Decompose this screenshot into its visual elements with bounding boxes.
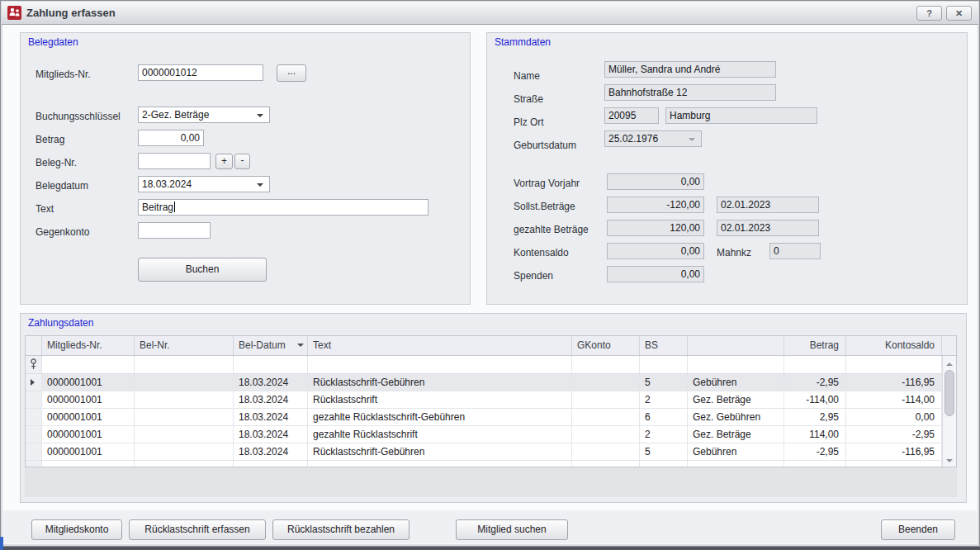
- grid-cell: [135, 426, 234, 443]
- beleg-nr-plus-button[interactable]: +: [215, 154, 233, 169]
- table-row[interactable]: 000000100118.03.2024Rücklastschrift2Gez.…: [26, 391, 956, 409]
- filter-cell[interactable]: [572, 356, 640, 373]
- scrollbar-thumb[interactable]: [944, 370, 954, 416]
- plz-field: 20095: [604, 107, 659, 124]
- grid-cell: [234, 461, 308, 467]
- table-row[interactable]: 000000100118.03.2024Rücklastschrift-Gebü…: [26, 374, 956, 391]
- scroll-down-icon[interactable]: [943, 453, 956, 466]
- scroll-up-icon[interactable]: [943, 357, 956, 369]
- beleg-nr-input[interactable]: [138, 153, 211, 169]
- grid-cell: [572, 374, 640, 391]
- beleg-nr-label: Beleg-Nr.: [36, 154, 77, 171]
- name-field: Müller, Sandra und André: [604, 61, 776, 78]
- buchen-button[interactable]: Buchen: [138, 258, 267, 282]
- gegenkonto-input[interactable]: [138, 222, 211, 239]
- beleg-nr-minus-button[interactable]: -: [234, 154, 250, 169]
- grid-cell: Gebühren: [688, 374, 784, 391]
- grid-cell: [135, 409, 234, 425]
- close-button[interactable]: ✕: [946, 6, 972, 21]
- mitglied-suchen-button[interactable]: Mitglied suchen: [456, 519, 568, 540]
- filter-edit-icon-cell[interactable]: [26, 356, 42, 373]
- app-members-icon: [7, 6, 21, 20]
- betrag-input[interactable]: 0,00: [138, 130, 204, 146]
- belegdatum-label: Belegdatum: [36, 178, 88, 194]
- filter-cell[interactable]: [234, 356, 308, 373]
- filter-cell[interactable]: [688, 356, 784, 373]
- grid-cell: [135, 443, 234, 460]
- buchungsschluessel-select[interactable]: 2-Gez. Beträge: [138, 107, 270, 123]
- column-header[interactable]: BS: [640, 336, 688, 355]
- grid-cell: [135, 391, 234, 408]
- column-header[interactable]: GKonto: [572, 336, 640, 355]
- column-header[interactable]: Kontosaldo: [846, 336, 942, 355]
- filter-cell[interactable]: [135, 356, 234, 373]
- belegdatum-select[interactable]: 18.03.2024: [138, 176, 270, 192]
- grid-cell: [572, 426, 640, 443]
- ruecklastschrift-erfassen-button[interactable]: Rücklastschrift erfassen: [129, 519, 266, 540]
- table-row[interactable]: 000000100118.03.2024gezahlte Rücklastsch…: [26, 409, 956, 426]
- mitglieds-nr-browse-button[interactable]: ...: [277, 64, 306, 82]
- grid-cell: 0000001001: [42, 443, 135, 460]
- column-header[interactable]: Mitglieds-Nr.: [42, 336, 135, 355]
- dialog-window: Zahlung erfassen ? ✕ Belegdaten Mitglied…: [0, 0, 980, 547]
- column-header[interactable]: Bel-Datum: [234, 336, 308, 355]
- geburtsdatum-label: Geburtsdatum: [514, 137, 576, 154]
- grid-cell: Gez. Beträge: [688, 426, 784, 443]
- mahnkz-field: 0: [769, 243, 821, 259]
- gezahlte-datum-field: 02.01.2023: [717, 220, 819, 236]
- grid-cell: 2,95: [784, 409, 846, 425]
- column-header[interactable]: Betrag: [784, 336, 846, 355]
- grid-cell: 114,00: [784, 426, 846, 443]
- row-indicator-cell: [26, 391, 42, 408]
- table-row-partial: [26, 461, 956, 467]
- text-input[interactable]: Beitrag: [138, 199, 428, 216]
- grid-cell: 5: [640, 374, 688, 391]
- geburtsdatum-value: 25.02.1976: [608, 133, 658, 145]
- grid-cell: 2: [640, 391, 688, 408]
- grid-cell: Gez. Gebühren: [688, 409, 784, 425]
- text-cursor: [174, 202, 175, 212]
- filter-cell[interactable]: [42, 356, 135, 373]
- column-header[interactable]: [26, 336, 42, 355]
- mitglieds-nr-input[interactable]: 0000001012: [138, 64, 263, 81]
- gezahlte-betraege-label: gezahlte Beträge: [514, 221, 589, 238]
- belegdaten-caption: Belegdaten: [28, 36, 78, 48]
- beenden-button[interactable]: Beenden: [881, 519, 955, 540]
- mitgliedskonto-button[interactable]: Mitgliedskonto: [31, 519, 122, 540]
- grid-filter-row[interactable]: [26, 356, 956, 374]
- filter-cell[interactable]: [308, 356, 572, 373]
- grid-cell: -116,95: [846, 443, 942, 460]
- grid-cell: -2,95: [784, 374, 846, 391]
- vortrag-vorjahr-label: Vortrag Vorjahr: [514, 175, 580, 192]
- column-header[interactable]: Bel-Nr.: [135, 336, 234, 355]
- grid-cell: Rücklastschrift-Gebühren: [308, 443, 572, 460]
- grid-cell: [572, 409, 640, 425]
- spenden-label: Spenden: [514, 268, 553, 284]
- spenden-field: 0,00: [607, 266, 704, 282]
- grid-cell: [572, 443, 640, 460]
- filter-cell[interactable]: [846, 356, 942, 373]
- kontensaldo-label: Kontensaldo: [514, 244, 569, 261]
- table-row[interactable]: 000000100118.03.2024gezahlte Rücklastsch…: [26, 426, 956, 443]
- vertical-scrollbar[interactable]: [942, 356, 956, 467]
- grid-cell: Gebühren: [688, 443, 784, 460]
- grid-cell: Rücklastschrift: [308, 391, 572, 408]
- grid-cell: 18.03.2024: [234, 374, 308, 391]
- filter-cell[interactable]: [784, 356, 846, 373]
- ruecklastschrift-bezahlen-button[interactable]: Rücklastschrift bezahlen: [272, 519, 410, 540]
- column-header[interactable]: Text: [308, 336, 572, 355]
- payments-grid: Mitglieds-Nr.Bel-Nr.Bel-DatumTextGKontoB…: [25, 335, 957, 467]
- betrag-label: Betrag: [36, 131, 64, 148]
- help-button[interactable]: ?: [916, 6, 942, 21]
- chevron-down-icon[interactable]: [257, 183, 263, 187]
- grid-cell: 2: [640, 426, 688, 443]
- column-header[interactable]: [688, 336, 784, 355]
- grid-cell: [135, 374, 234, 391]
- chevron-down-icon[interactable]: [257, 114, 263, 117]
- filter-cell[interactable]: [640, 356, 688, 373]
- table-row[interactable]: 000000100118.03.2024Rücklastschrift-Gebü…: [26, 443, 956, 461]
- grid-cell: [572, 461, 640, 467]
- grid-cell: Rücklastschrift-Gebühren: [308, 374, 572, 391]
- grid-cell: [135, 461, 234, 467]
- focused-row-arrow-icon: [31, 379, 35, 386]
